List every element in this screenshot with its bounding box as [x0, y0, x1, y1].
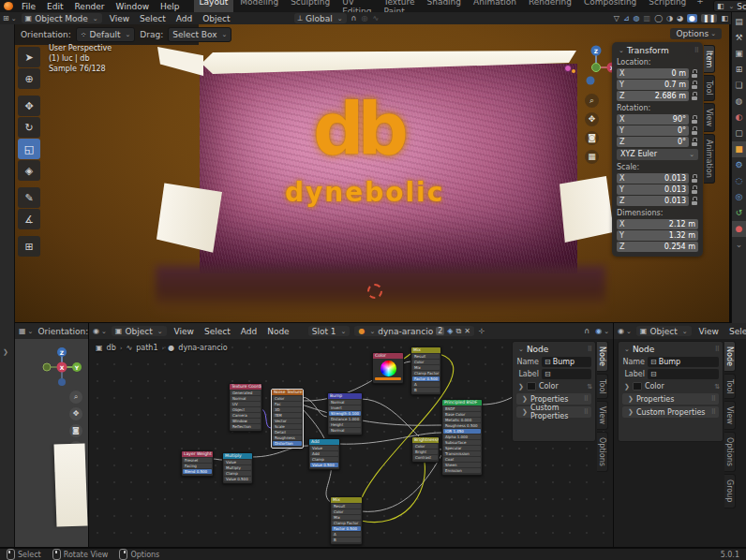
pan-hand-icon[interactable]: ✥ — [69, 407, 82, 420]
fake-user-icon[interactable]: ◈ — [447, 327, 453, 335]
material-selector[interactable]: ●⌄ dyna-arancio 2 ◈ ⧉ ✕ — [354, 326, 473, 336]
object-origin-dot[interactable] — [572, 69, 575, 73]
node-panel-header[interactable]: ⌄Node⠿ — [516, 345, 591, 354]
lock-location-x-icon[interactable] — [692, 69, 698, 78]
tab-modifiers[interactable]: ⚙ — [732, 157, 746, 173]
sidebar-tab-item[interactable]: Item — [704, 45, 715, 73]
scale-y-field[interactable]: Y0.013 — [617, 184, 689, 195]
mode-selector[interactable]: ▣ Object Mode⌄ — [22, 13, 102, 23]
tweak-select-tool[interactable]: ➤ — [18, 47, 40, 67]
cursor-tool[interactable]: ⊕ — [18, 68, 40, 89]
shading-material-icon[interactable]: ◕ — [677, 14, 683, 22]
scale-tool[interactable]: ◱ — [18, 139, 40, 159]
lock-scale-y-icon[interactable] — [692, 185, 698, 194]
viewport-menu-select[interactable]: Select — [137, 14, 169, 23]
proportional-editing-icon[interactable]: ◎ — [361, 14, 367, 22]
unlink-material-icon[interactable]: ✕ — [464, 327, 470, 335]
right-tab-tool[interactable]: Tool — [724, 374, 736, 400]
dimensions-x-field[interactable]: X2.12 m — [617, 219, 698, 229]
material-users-count[interactable]: 2 — [436, 327, 444, 335]
lock-rotation-x-icon[interactable] — [692, 115, 698, 124]
menu-edit[interactable]: Edit — [44, 2, 66, 11]
lock-scale-x-icon[interactable] — [692, 174, 698, 183]
dimensions-y-field[interactable]: Y1.32 m — [617, 230, 698, 241]
sidebar-tab-animation[interactable]: Animation — [704, 134, 715, 184]
gizmo-dropdown-icon[interactable]: ⊿ — [623, 14, 630, 22]
dimensions-z-field[interactable]: Z0.254 m — [617, 242, 698, 252]
shader-node-noise-texture[interactable]: Noise TextureColorFac3DfBMVectorScaleDet… — [271, 389, 304, 449]
editor-type-icon[interactable]: ⊞⌄ — [3, 14, 17, 22]
tab-object[interactable]: ■ — [732, 141, 746, 157]
shader-tab-node[interactable]: Node — [597, 341, 608, 372]
lock-rotation-z-icon[interactable] — [692, 138, 698, 146]
xray-toggle-icon[interactable]: ▥ — [644, 14, 651, 22]
tab-output[interactable]: ⊞ — [732, 62, 746, 78]
selectability-filter-icon[interactable]: ▽ — [614, 14, 619, 22]
tab-material[interactable]: ● — [732, 221, 746, 237]
tab-tool[interactable]: ⚒ — [732, 30, 746, 46]
tab-particles[interactable]: ◌ — [732, 173, 746, 189]
transform-orientation-selector[interactable]: ⟂ Global⌄ — [294, 13, 347, 23]
shader-menu-node[interactable]: Node — [264, 327, 292, 336]
shader-menu-view[interactable]: View — [172, 327, 197, 336]
rotation-y-field[interactable]: Y0° — [617, 125, 689, 136]
shader-node-layer-weight[interactable]: Layer WeightFresnelFacingBlend 0.500 — [181, 450, 214, 477]
location-x-field[interactable]: X0 m — [617, 68, 689, 79]
tabs-overflow-chevron[interactable]: ⌄ — [732, 237, 746, 253]
shader-node-add[interactable]: AddValueAddClampValue 0.500 — [308, 438, 340, 470]
properties-editor-type-icon[interactable]: ▤ — [732, 14, 746, 30]
camera-view-icon[interactable]: ◙ — [69, 424, 82, 437]
shader-node-principled-bsdf[interactable]: Principled BSDFBSDFBase ColorMetallic 0.… — [441, 399, 483, 476]
tab-constraints[interactable]: ◎ — [732, 189, 746, 205]
menu-render[interactable]: Render — [72, 2, 108, 11]
light-origin-dot[interactable] — [564, 65, 572, 72]
falloff-icon[interactable]: ∿ — [372, 14, 379, 22]
transform-tool[interactable]: ◈ — [18, 160, 40, 181]
rotation-z-field[interactable]: Z0° — [617, 137, 689, 147]
lock-rotation-y-icon[interactable] — [692, 126, 698, 135]
right-node-name-field[interactable]: ⊟Bump — [648, 357, 719, 367]
options-button[interactable]: Options⌄ — [670, 28, 722, 39]
right-node-panel-header[interactable]: ⌄Node⠿ — [622, 345, 719, 354]
shader-node-texture-coordinate[interactable]: Texture CoordinateGeneratedNormalUVObjec… — [229, 383, 262, 432]
menu-window[interactable]: Window — [113, 2, 153, 11]
viewport-menu-add[interactable]: Add — [173, 14, 195, 23]
shader-node-bump[interactable]: BumpNormalInvertStrength 0.100Distance 1… — [327, 392, 363, 435]
shader-node-multiply[interactable]: MultiplyValueMultiplyClampValue 0.500 — [222, 452, 253, 484]
shader-node-brightness-contrast[interactable]: Brightness/ContrastColorBrightContrast — [411, 436, 440, 463]
move-tool[interactable]: ✥ — [18, 96, 40, 116]
color-wheel-icon[interactable] — [380, 361, 396, 376]
tab-physics[interactable]: ↺ — [732, 205, 746, 221]
material-slot-select[interactable]: Slot 1⌄ — [308, 326, 351, 336]
right-shader-type-select[interactable]: ▣ Object⌄ — [636, 326, 692, 336]
shader-editor-type-icon[interactable]: ◉⌄ — [93, 327, 107, 335]
shader-editor[interactable]: Texture CoordinateGeneratedNormalUVObjec… — [89, 339, 613, 547]
tab-view-layer[interactable]: ❏ — [732, 78, 746, 94]
right-node-color-swatch[interactable] — [633, 382, 642, 391]
tab-scene[interactable]: ◍ — [732, 94, 746, 110]
render-region-icon[interactable]: ◧ — [721, 14, 728, 22]
sidebar-tab-tool[interactable]: Tool — [704, 75, 715, 101]
transform-panel-header[interactable]: ⌄ Transform ⠿ — [617, 46, 698, 55]
zoom-icon[interactable]: ⌕ — [69, 391, 82, 404]
menu-help[interactable]: Help — [157, 2, 183, 11]
shading-solid-icon[interactable]: ◑ — [666, 14, 673, 22]
add-primitive-tool[interactable]: ⊞ — [18, 236, 40, 257]
shader-overlay-icon[interactable]: ◉⌄ — [595, 327, 609, 335]
camera-view-icon[interactable]: ◙ — [585, 131, 599, 145]
shading-rendered-icon[interactable]: ● — [687, 14, 697, 22]
scene-selector[interactable]: ◧⌄ Scene ⊹ ⧉ — [713, 0, 746, 12]
zoom-icon[interactable]: ⌕ — [585, 94, 599, 108]
right-tab-node[interactable]: Node — [724, 341, 736, 372]
orientation-select[interactable]: ⁘ Default⌄ — [76, 27, 135, 42]
right-shader-editor-type-icon[interactable]: ◉⌄ — [618, 327, 632, 335]
rotate-tool[interactable]: ↻ — [18, 117, 40, 138]
shader-tab-tool[interactable]: Tool — [597, 374, 608, 400]
blender-logo-icon[interactable] — [4, 2, 13, 10]
ortho-toggle-icon[interactable]: ▦ — [585, 150, 599, 164]
copy-material-icon[interactable]: ⧉ — [455, 327, 461, 336]
menu-file[interactable]: File — [19, 2, 38, 11]
right-node-label-field[interactable]: ⊟ — [648, 369, 719, 379]
shader-type-select[interactable]: ▣ Object⌄ — [112, 326, 167, 336]
tab-world[interactable]: ◐ — [732, 110, 746, 125]
